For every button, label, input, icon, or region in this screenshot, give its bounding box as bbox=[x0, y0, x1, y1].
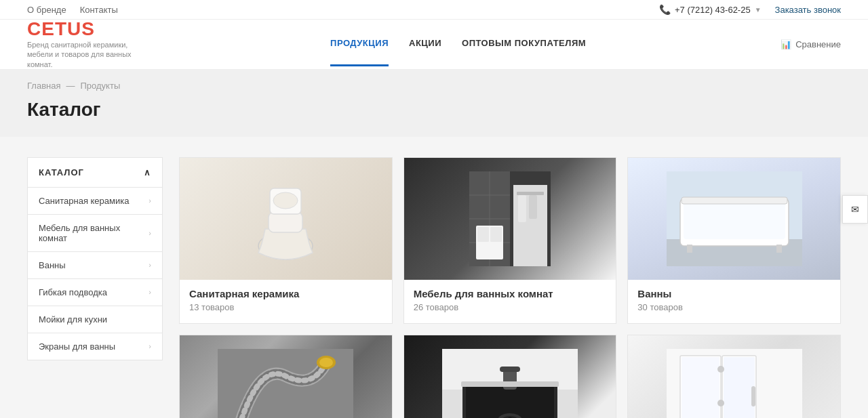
nav-promotions[interactable]: АКЦИИ bbox=[409, 22, 441, 66]
hose-icon bbox=[218, 349, 353, 418]
logo-tagline: Бренд санитарной керамики, мебели и това… bbox=[27, 40, 136, 69]
compare-button[interactable]: 📊 Сравнение bbox=[781, 39, 841, 49]
sidebar-label-kitchen: Мойки для кухни bbox=[39, 314, 107, 325]
sidebar-item-furniture[interactable]: Мебель для ванных комнат › bbox=[27, 215, 163, 252]
about-link[interactable]: О бренде bbox=[27, 5, 66, 15]
sink-icon bbox=[442, 349, 578, 418]
sidebar-label-hose: Гибкая подводка bbox=[39, 287, 107, 297]
phone-icon: 📞 bbox=[659, 4, 671, 15]
sidebar-label-furniture: Мебель для ванных комнат bbox=[39, 223, 149, 243]
product-info-baths: Ванны 30 товаров bbox=[628, 280, 840, 323]
product-name-baths: Ванны bbox=[637, 288, 831, 299]
breadcrumb-home[interactable]: Главная bbox=[27, 81, 60, 91]
sidebar-label-ceramics: Санитарная керамика bbox=[39, 196, 129, 206]
product-img-ceramics bbox=[180, 158, 392, 280]
sidebar-arrow-baths: › bbox=[149, 261, 151, 269]
header-left: CETUS Бренд санитарной керамики, мебели … bbox=[27, 20, 136, 69]
header: CETUS Бренд санитарной керамики, мебели … bbox=[0, 20, 868, 70]
product-card-hose[interactable]: Гибкая подводка bbox=[179, 335, 393, 418]
svg-rect-11 bbox=[477, 227, 489, 242]
top-bar: О бренде Контакты 📞 +7 (7212) 43-62-25 ▼… bbox=[0, 0, 868, 20]
svg-rect-12 bbox=[490, 227, 502, 242]
sidebar-arrow-hose: › bbox=[149, 288, 151, 296]
logo-ce: CE bbox=[27, 18, 55, 39]
svg-rect-16 bbox=[529, 195, 537, 219]
svg-rect-41 bbox=[682, 357, 719, 418]
svg-point-3 bbox=[273, 192, 298, 209]
sidebar-item-hose[interactable]: Гибкая подводка › bbox=[27, 279, 163, 306]
product-img-screens bbox=[628, 335, 840, 418]
logo-text: CETUS bbox=[27, 20, 136, 39]
svg-rect-15 bbox=[518, 195, 526, 222]
content-area: КАТАЛОГ ∧ Санитарная керамика › Мебель д… bbox=[0, 137, 868, 418]
phone-number: +7 (7212) 43-62-25 bbox=[675, 5, 751, 15]
product-card-ceramics[interactable]: Санитарная керамика 13 товаров bbox=[179, 157, 393, 324]
phone-dropdown-icon[interactable]: ▼ bbox=[755, 6, 762, 14]
logo-tus: TUS bbox=[55, 18, 95, 39]
sidebar-header-label: КАТАЛОГ bbox=[39, 167, 84, 177]
sidebar-item-kitchen[interactable]: Мойки для кухни bbox=[27, 306, 163, 333]
product-card-furniture[interactable]: Мебель для ванных комнат 26 товаров bbox=[403, 157, 617, 324]
product-img-kitchen bbox=[404, 335, 616, 418]
top-bar-links: О бренде Контакты bbox=[27, 5, 118, 15]
nav-products[interactable]: ПРОДУКЦИЯ bbox=[330, 22, 389, 66]
svg-rect-43 bbox=[724, 357, 755, 418]
sidebar-label-screens: Экраны для ванны bbox=[39, 341, 115, 352]
sidebar-collapse-icon[interactable]: ∧ bbox=[144, 167, 151, 177]
svg-rect-21 bbox=[682, 197, 787, 204]
product-name-furniture: Мебель для ванных комнат bbox=[414, 288, 607, 299]
phone-wrap: 📞 +7 (7212) 43-62-25 ▼ bbox=[659, 4, 762, 15]
sidebar-arrow-ceramics: › bbox=[149, 196, 151, 205]
callback-link[interactable]: Заказать звонок bbox=[775, 5, 841, 15]
product-grid: Санитарная керамика 13 товаров bbox=[179, 157, 841, 418]
svg-rect-37 bbox=[500, 367, 520, 372]
page-title: Каталог bbox=[27, 99, 841, 121]
product-card-baths[interactable]: Ванны 30 товаров bbox=[627, 157, 841, 324]
sidebar: КАТАЛОГ ∧ Санитарная керамика › Мебель д… bbox=[27, 157, 163, 418]
sidebar-label-baths: Ванны bbox=[39, 260, 66, 270]
main-nav: ПРОДУКЦИЯ АКЦИИ ОПТОВЫМ ПОКУПАТЕЛЯМ bbox=[330, 22, 586, 66]
float-email-button[interactable]: ✉ bbox=[842, 195, 868, 224]
svg-rect-38 bbox=[461, 381, 559, 387]
product-card-kitchen[interactable]: Мойки для кухни bbox=[403, 335, 617, 418]
contacts-link[interactable]: Контакты bbox=[80, 5, 118, 15]
svg-point-44 bbox=[717, 366, 724, 373]
product-img-furniture bbox=[404, 158, 616, 280]
svg-rect-14 bbox=[517, 192, 544, 195]
svg-point-45 bbox=[717, 400, 724, 406]
logo[interactable]: CETUS Бренд санитарной керамики, мебели … bbox=[27, 20, 136, 69]
svg-rect-22 bbox=[687, 245, 692, 253]
product-count-furniture: 26 товаров bbox=[414, 302, 607, 312]
sidebar-item-ceramics[interactable]: Санитарная керамика › bbox=[27, 188, 163, 215]
compare-icon: 📊 bbox=[781, 39, 791, 49]
furniture-icon bbox=[469, 171, 551, 266]
sidebar-item-screens[interactable]: Экраны для ванны › bbox=[27, 333, 163, 360]
breadcrumb-current: Продукты bbox=[80, 81, 120, 91]
svg-rect-1 bbox=[269, 212, 302, 232]
bath-icon bbox=[667, 171, 802, 266]
toilet-icon bbox=[255, 175, 316, 263]
sidebar-arrow-furniture: › bbox=[149, 229, 151, 237]
breadcrumb: Главная — Продукты bbox=[27, 81, 841, 91]
screen-icon bbox=[667, 349, 802, 418]
svg-rect-47 bbox=[751, 386, 755, 406]
compare-label: Сравнение bbox=[795, 39, 841, 49]
product-card-screens[interactable]: Экраны для ванны bbox=[627, 335, 841, 418]
email-icon: ✉ bbox=[851, 204, 859, 215]
product-img-hose bbox=[180, 335, 392, 418]
product-count-baths: 30 товаров bbox=[637, 302, 831, 312]
svg-point-28 bbox=[319, 358, 333, 367]
sidebar-catalog-header: КАТАЛОГ ∧ bbox=[27, 157, 163, 188]
product-info-ceramics: Санитарная керамика 13 товаров bbox=[180, 280, 392, 323]
page-header: Главная — Продукты Каталог bbox=[0, 70, 868, 137]
svg-rect-23 bbox=[776, 245, 782, 253]
sidebar-arrow-screens: › bbox=[149, 342, 151, 350]
product-info-furniture: Мебель для ванных комнат 26 товаров bbox=[404, 280, 616, 323]
product-name-ceramics: Санитарная керамика bbox=[189, 288, 382, 299]
svg-rect-20 bbox=[684, 202, 785, 239]
product-count-ceramics: 13 товаров bbox=[189, 302, 382, 312]
sidebar-item-baths[interactable]: Ванны › bbox=[27, 252, 163, 279]
nav-wholesale[interactable]: ОПТОВЫМ ПОКУПАТЕЛЯМ bbox=[462, 22, 586, 66]
product-img-baths bbox=[628, 158, 840, 280]
breadcrumb-sep: — bbox=[66, 81, 75, 91]
